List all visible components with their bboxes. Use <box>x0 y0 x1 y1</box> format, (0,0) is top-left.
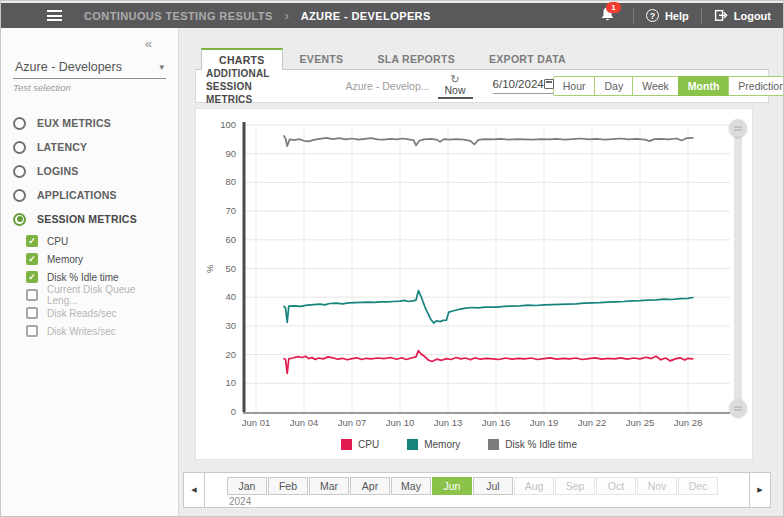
logout-icon <box>714 9 728 22</box>
metric-category-list: EUX METRICS LATENCY LOGINS APPLICATIONS … <box>13 111 166 340</box>
svg-text:40: 40 <box>225 291 236 302</box>
svg-text:Jun 28: Jun 28 <box>674 417 703 427</box>
svg-text:90: 90 <box>225 148 236 159</box>
test-select-dropdown[interactable]: Azure - Developers ▾ <box>13 55 166 79</box>
menu-icon[interactable] <box>47 10 62 21</box>
topbar-divider <box>701 8 702 24</box>
now-label: Now <box>438 84 473 99</box>
metric-label: Disk % Idle time <box>47 272 119 283</box>
context-label: Azure - Develop... <box>345 80 429 92</box>
category-session-metrics[interactable]: SESSION METRICS <box>13 207 166 231</box>
checkbox-icon <box>26 307 38 319</box>
svg-text:80: 80 <box>225 176 236 187</box>
checkbox-icon <box>26 253 38 265</box>
month-selector-body: Jan Feb Mar Apr May Jun Jul Aug Sep Oct … <box>205 473 718 507</box>
metric-disk-reads[interactable]: Disk Reads/sec <box>26 304 166 322</box>
svg-text:100: 100 <box>220 119 236 130</box>
legend-label: Memory <box>424 439 460 450</box>
metric-checkbox-list: CPU Memory Disk % Idle time Current Disk… <box>26 232 166 340</box>
logout-button[interactable]: Logout <box>714 9 771 22</box>
tab-sla-reports[interactable]: SLA REPORTS <box>360 48 472 69</box>
svg-text:Jun 16: Jun 16 <box>482 417 511 427</box>
category-label: LATENCY <box>37 141 87 153</box>
svg-text:70: 70 <box>225 205 236 216</box>
month-buttons: Jan Feb Mar Apr May Jun Jul Aug Sep Oct … <box>227 477 718 495</box>
slider-handle-top[interactable] <box>729 119 747 137</box>
month-mar[interactable]: Mar <box>309 477 349 495</box>
refresh-now-button[interactable]: ↻ Now <box>438 74 473 99</box>
radio-icon <box>13 117 26 130</box>
range-prediction-button[interactable]: Prediction <box>728 76 784 96</box>
month-jun[interactable]: Jun <box>432 477 472 495</box>
date-value: 6/10/2024 <box>493 78 544 90</box>
category-eux-metrics[interactable]: EUX METRICS <box>13 111 166 135</box>
legend-swatch <box>407 439 418 450</box>
svg-text:0: 0 <box>231 406 236 417</box>
month-jul[interactable]: Jul <box>473 477 513 495</box>
legend-label: Disk % Idle time <box>505 439 577 450</box>
svg-text:Jun 01: Jun 01 <box>242 417 271 427</box>
chevron-down-icon: ▾ <box>159 62 164 72</box>
legend-item[interactable]: Disk % Idle time <box>488 439 577 450</box>
month-feb[interactable]: Feb <box>268 477 308 495</box>
month-dec[interactable]: Dec <box>678 477 718 495</box>
checkbox-icon <box>26 325 38 337</box>
sidebar: « Azure - Developers ▾ Test selection EU… <box>1 28 179 516</box>
calendar-icon[interactable] <box>544 79 554 89</box>
topbar-divider <box>633 8 634 24</box>
collapse-sidebar-icon[interactable]: « <box>13 36 166 51</box>
checkbox-icon <box>26 271 38 283</box>
previous-year-icon[interactable]: ◀ <box>184 473 205 507</box>
metric-disk-queue[interactable]: Current Disk Queue Leng... <box>26 286 166 304</box>
month-may[interactable]: May <box>391 477 431 495</box>
top-bar: CONTINUOUS TESTING RESULTS › AZURE - DEV… <box>1 3 783 28</box>
radio-icon <box>13 165 26 178</box>
month-oct[interactable]: Oct <box>596 477 636 495</box>
svg-text:20: 20 <box>225 349 236 360</box>
metric-cpu[interactable]: CPU <box>26 232 166 250</box>
chart-zoom-slider <box>729 119 747 417</box>
range-week-button[interactable]: Week <box>632 76 679 96</box>
category-applications[interactable]: APPLICATIONS <box>13 183 166 207</box>
refresh-icon: ↻ <box>450 74 459 84</box>
month-sep[interactable]: Sep <box>555 477 595 495</box>
svg-text:Jun 10: Jun 10 <box>386 417 415 427</box>
metric-label: Disk Writes/sec <box>47 326 116 337</box>
radio-icon <box>13 213 26 226</box>
range-hour-button[interactable]: Hour <box>553 76 596 96</box>
svg-text:Jun 04: Jun 04 <box>290 417 319 427</box>
category-logins[interactable]: LOGINS <box>13 159 166 183</box>
next-year-icon[interactable]: ▶ <box>749 473 770 507</box>
metric-memory[interactable]: Memory <box>26 250 166 268</box>
range-month-button[interactable]: Month <box>678 76 730 96</box>
breadcrumb-root[interactable]: CONTINUOUS TESTING RESULTS <box>84 10 273 22</box>
svg-text:Jun 19: Jun 19 <box>530 417 559 427</box>
notification-badge: 1 <box>606 2 621 13</box>
breadcrumb-separator-icon: › <box>285 9 289 23</box>
metric-disk-writes[interactable]: Disk Writes/sec <box>26 322 166 340</box>
section-title: ADDITIONAL SESSION METRICS <box>206 67 269 106</box>
month-aug[interactable]: Aug <box>514 477 554 495</box>
chart-controls: ADDITIONAL SESSION METRICS Azure - Devel… <box>195 70 769 103</box>
checkbox-icon <box>26 235 38 247</box>
metric-label: CPU <box>47 236 68 247</box>
chart-legend: CPUMemoryDisk % Idle time <box>196 439 722 450</box>
range-day-button[interactable]: Day <box>594 76 633 96</box>
help-button[interactable]: ? Help <box>646 9 689 22</box>
month-apr[interactable]: Apr <box>350 477 390 495</box>
month-jan[interactable]: Jan <box>227 477 267 495</box>
tab-export-data[interactable]: EXPORT DATA <box>472 48 583 69</box>
tab-events[interactable]: EVENTS <box>283 48 361 69</box>
month-nov[interactable]: Nov <box>637 477 677 495</box>
slider-track[interactable] <box>734 128 742 408</box>
radio-icon <box>13 141 26 154</box>
legend-item[interactable]: CPU <box>341 439 379 450</box>
date-input[interactable]: 6/10/2024 <box>493 78 554 94</box>
notifications-button[interactable]: 1 <box>600 6 615 25</box>
svg-text:Jun 22: Jun 22 <box>578 417 607 427</box>
category-label: SESSION METRICS <box>37 213 137 225</box>
category-latency[interactable]: LATENCY <box>13 135 166 159</box>
slider-handle-bottom[interactable] <box>729 399 747 417</box>
breadcrumb-current: AZURE - DEVELOPERS <box>301 10 431 22</box>
legend-item[interactable]: Memory <box>407 439 460 450</box>
